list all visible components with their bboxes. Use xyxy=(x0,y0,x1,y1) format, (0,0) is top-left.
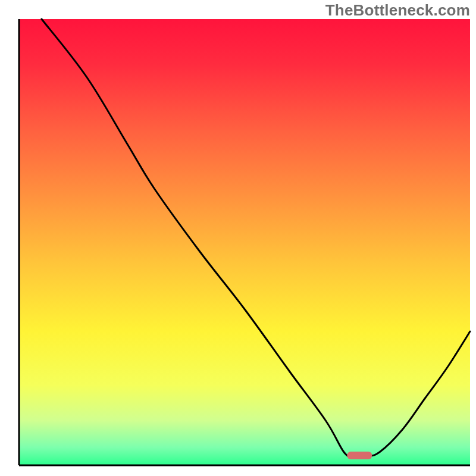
optimal-range-marker xyxy=(347,452,372,459)
watermark-label: TheBottleneck.com xyxy=(325,1,470,20)
chart-container: TheBottleneck.com xyxy=(0,0,476,476)
plot-background xyxy=(19,19,470,465)
bottleneck-chart xyxy=(0,0,476,476)
